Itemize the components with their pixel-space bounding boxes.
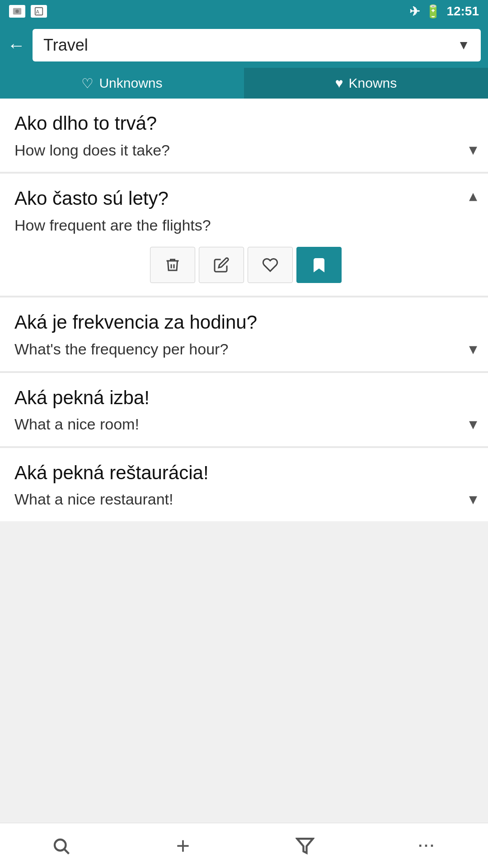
card-list: Ako dlho to trvá? How long does it take?… [0,99,488,521]
heart-button[interactable] [248,247,293,283]
card-2-chevron: ▴ [469,186,477,205]
bottom-nav: + ··· [0,823,488,868]
card-1-chevron: ▾ [469,140,477,159]
tab-bar: ♡ Unknowns ♥ Knowns [0,68,488,99]
card-3-phrase: Aká je frekvencia za hodinu? [14,310,477,335]
clock: 12:51 [446,4,479,19]
card-2-phrase: Ako často sú lety? [14,186,477,211]
svg-text:A: A [36,9,40,14]
dropdown-arrow-icon: ▼ [457,38,470,52]
add-nav-button[interactable]: + [122,823,244,868]
card-5-translation: What a nice restaurant! [14,489,477,510]
card-4[interactable]: Aká pekná izba! What a nice room! ▾ [0,373,488,446]
card-2[interactable]: ▴ Ako často sú lety? How frequent are th… [0,174,488,296]
bookmark-button[interactable] [296,247,342,283]
card-1[interactable]: Ako dlho to trvá? How long does it take?… [0,99,488,172]
card-4-chevron: ▾ [469,415,477,434]
svg-point-1 [15,9,19,13]
card-5-phrase: Aká pekná reštaurácia! [14,461,477,486]
card-4-phrase: Aká pekná izba! [14,386,477,410]
photo-icon [9,5,25,18]
status-icons-right: ✈ 🔋 12:51 [409,4,479,19]
battery-icon: 🔋 [425,4,441,19]
category-dropdown[interactable]: Travel ▼ [33,29,481,61]
svg-marker-6 [297,839,313,853]
filter-nav-button[interactable] [244,823,366,868]
card-1-translation: How long does it take? [14,140,477,161]
knowns-heart-icon: ♥ [335,75,343,91]
category-label: Travel [43,36,88,55]
svg-line-5 [65,849,69,854]
card-3[interactable]: Aká je frekvencia za hodinu? What's the … [0,297,488,371]
tab-unknowns[interactable]: ♡ Unknowns [0,68,244,99]
tab-unknowns-label: Unknowns [99,75,162,91]
card-4-translation: What a nice room! [14,414,477,435]
svg-point-4 [55,840,66,851]
status-bar: A ✈ 🔋 12:51 [0,0,488,23]
card-2-actions [14,247,477,285]
delete-button[interactable] [150,247,195,283]
card-5-chevron: ▾ [469,490,477,509]
tab-knowns-label: Knowns [349,75,397,91]
edit-button[interactable] [199,247,244,283]
status-icons-left: A [9,5,47,18]
card-3-translation: What's the frequency per hour? [14,339,477,360]
text-icon: A [31,5,47,18]
tab-knowns[interactable]: ♥ Knowns [244,68,488,99]
back-button[interactable]: ← [7,36,25,54]
card-1-phrase: Ako dlho to trvá? [14,111,477,136]
card-5[interactable]: Aká pekná reštaurácia! What a nice resta… [0,448,488,521]
search-nav-button[interactable] [0,823,122,868]
card-2-translation: How frequent are the flights? [14,215,477,236]
top-bar: ← Travel ▼ [0,23,488,68]
unknowns-heart-icon: ♡ [81,75,94,91]
card-3-chevron: ▾ [469,340,477,359]
more-nav-button[interactable]: ··· [366,823,488,868]
airplane-icon: ✈ [409,4,420,19]
